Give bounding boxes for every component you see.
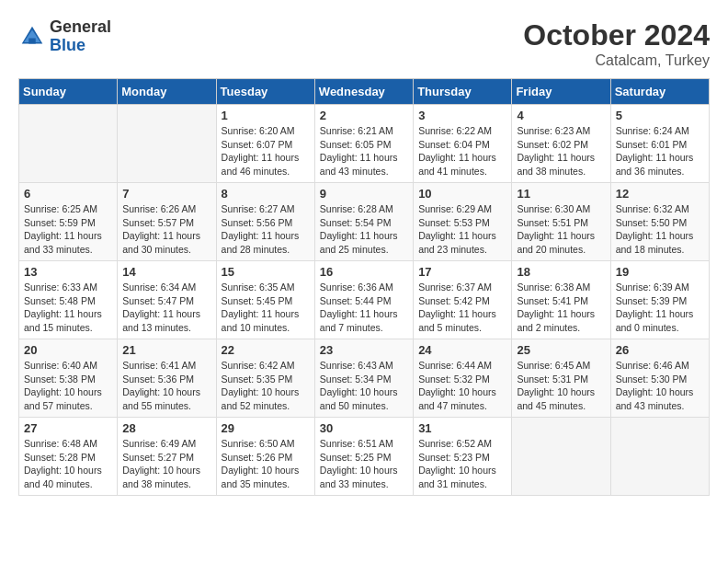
day-number: 24 [418, 343, 506, 357]
month-title: October 2024 [523, 18, 710, 52]
calendar-cell: 10Sunrise: 6:29 AMSunset: 5:53 PMDayligh… [414, 183, 512, 261]
calendar-cell: 20Sunrise: 6:40 AMSunset: 5:38 PMDayligh… [19, 339, 118, 418]
day-number: 20 [24, 343, 112, 357]
day-info: Sunrise: 6:21 AMSunset: 6:05 PMDaylight:… [320, 124, 408, 178]
day-number: 3 [418, 109, 506, 122]
day-info: Sunrise: 6:32 AMSunset: 5:50 PMDaylight:… [616, 202, 704, 257]
day-header-saturday: Saturday [610, 79, 709, 105]
day-number: 13 [24, 265, 112, 279]
day-number: 2 [320, 109, 408, 122]
day-number: 22 [222, 343, 310, 357]
day-number: 4 [517, 109, 605, 122]
day-info: Sunrise: 6:22 AMSunset: 6:04 PMDaylight:… [418, 124, 506, 178]
days-of-week-row: SundayMondayTuesdayWednesdayThursdayFrid… [19, 79, 710, 105]
logo-general-text: General [50, 18, 111, 37]
calendar-cell: 9Sunrise: 6:28 AMSunset: 5:54 PMDaylight… [314, 183, 413, 261]
day-number: 12 [616, 187, 704, 201]
day-number: 27 [24, 421, 112, 435]
calendar-header: SundayMondayTuesdayWednesdayThursdayFrid… [19, 79, 710, 105]
calendar-cell: 24Sunrise: 6:44 AMSunset: 5:32 PMDayligh… [414, 339, 512, 418]
day-info: Sunrise: 6:51 AMSunset: 5:25 PMDaylight:… [320, 437, 408, 491]
calendar-cell: 29Sunrise: 6:50 AMSunset: 5:26 PMDayligh… [216, 418, 314, 496]
day-number: 18 [517, 265, 605, 279]
week-row-1: 1Sunrise: 6:20 AMSunset: 6:07 PMDaylight… [19, 105, 710, 183]
day-info: Sunrise: 6:50 AMSunset: 5:26 PMDaylight:… [222, 437, 310, 491]
calendar-cell: 22Sunrise: 6:42 AMSunset: 5:35 PMDayligh… [216, 339, 314, 418]
title-area: October 2024 Catalcam, Turkey [523, 18, 710, 69]
day-info: Sunrise: 6:41 AMSunset: 5:36 PMDaylight:… [122, 359, 210, 413]
calendar-cell [19, 105, 118, 183]
week-row-4: 20Sunrise: 6:40 AMSunset: 5:38 PMDayligh… [19, 339, 710, 418]
day-info: Sunrise: 6:29 AMSunset: 5:53 PMDaylight:… [418, 202, 506, 257]
calendar-cell [118, 105, 216, 183]
calendar-cell: 13Sunrise: 6:33 AMSunset: 5:48 PMDayligh… [19, 261, 118, 339]
calendar-cell: 5Sunrise: 6:24 AMSunset: 6:01 PMDaylight… [610, 105, 709, 183]
logo-icon [18, 23, 46, 51]
day-number: 10 [418, 187, 506, 201]
day-header-tuesday: Tuesday [216, 79, 314, 105]
calendar-cell: 19Sunrise: 6:39 AMSunset: 5:39 PMDayligh… [610, 261, 709, 339]
week-row-2: 6Sunrise: 6:25 AMSunset: 5:59 PMDaylight… [19, 183, 710, 261]
calendar-cell: 11Sunrise: 6:30 AMSunset: 5:51 PMDayligh… [512, 183, 610, 261]
day-info: Sunrise: 6:30 AMSunset: 5:51 PMDaylight:… [517, 202, 605, 257]
day-header-monday: Monday [118, 79, 216, 105]
calendar-cell: 28Sunrise: 6:49 AMSunset: 5:27 PMDayligh… [118, 418, 216, 496]
day-number: 19 [616, 265, 704, 279]
day-info: Sunrise: 6:46 AMSunset: 5:30 PMDaylight:… [616, 359, 704, 413]
calendar-body: 1Sunrise: 6:20 AMSunset: 6:07 PMDaylight… [19, 105, 710, 496]
day-header-friday: Friday [512, 79, 610, 105]
day-info: Sunrise: 6:44 AMSunset: 5:32 PMDaylight:… [418, 359, 506, 413]
day-info: Sunrise: 6:23 AMSunset: 6:02 PMDaylight:… [517, 124, 605, 178]
page-header: General Blue October 2024 Catalcam, Turk… [18, 18, 710, 69]
day-info: Sunrise: 6:39 AMSunset: 5:39 PMDaylight:… [616, 281, 704, 335]
day-number: 29 [222, 421, 310, 435]
calendar-cell: 26Sunrise: 6:46 AMSunset: 5:30 PMDayligh… [610, 339, 709, 418]
svg-rect-2 [28, 38, 36, 43]
calendar-cell: 15Sunrise: 6:35 AMSunset: 5:45 PMDayligh… [216, 261, 314, 339]
logo: General Blue [18, 18, 111, 55]
calendar-cell: 18Sunrise: 6:38 AMSunset: 5:41 PMDayligh… [512, 261, 610, 339]
calendar-cell: 8Sunrise: 6:27 AMSunset: 5:56 PMDaylight… [216, 183, 314, 261]
day-number: 30 [320, 421, 408, 435]
calendar-cell: 27Sunrise: 6:48 AMSunset: 5:28 PMDayligh… [19, 418, 118, 496]
logo-blue-text: Blue [50, 37, 111, 55]
day-number: 5 [616, 109, 704, 122]
day-info: Sunrise: 6:48 AMSunset: 5:28 PMDaylight:… [24, 437, 112, 491]
day-info: Sunrise: 6:36 AMSunset: 5:44 PMDaylight:… [320, 281, 408, 335]
day-info: Sunrise: 6:35 AMSunset: 5:45 PMDaylight:… [222, 281, 310, 335]
day-number: 6 [24, 187, 112, 201]
day-info: Sunrise: 6:45 AMSunset: 5:31 PMDaylight:… [517, 359, 605, 413]
day-header-sunday: Sunday [19, 79, 118, 105]
calendar-cell: 16Sunrise: 6:36 AMSunset: 5:44 PMDayligh… [314, 261, 413, 339]
day-info: Sunrise: 6:52 AMSunset: 5:23 PMDaylight:… [418, 437, 506, 491]
day-info: Sunrise: 6:37 AMSunset: 5:42 PMDaylight:… [418, 281, 506, 335]
day-info: Sunrise: 6:24 AMSunset: 6:01 PMDaylight:… [616, 124, 704, 178]
week-row-5: 27Sunrise: 6:48 AMSunset: 5:28 PMDayligh… [19, 418, 710, 496]
day-number: 28 [122, 421, 210, 435]
day-info: Sunrise: 6:40 AMSunset: 5:38 PMDaylight:… [24, 359, 112, 413]
day-info: Sunrise: 6:43 AMSunset: 5:34 PMDaylight:… [320, 359, 408, 413]
calendar-cell [610, 418, 709, 496]
calendar-cell: 31Sunrise: 6:52 AMSunset: 5:23 PMDayligh… [414, 418, 512, 496]
day-info: Sunrise: 6:42 AMSunset: 5:35 PMDaylight:… [222, 359, 310, 413]
calendar-cell: 7Sunrise: 6:26 AMSunset: 5:57 PMDaylight… [118, 183, 216, 261]
calendar-table: SundayMondayTuesdayWednesdayThursdayFrid… [18, 78, 710, 496]
day-header-thursday: Thursday [414, 79, 512, 105]
calendar-cell [512, 418, 610, 496]
calendar-cell: 14Sunrise: 6:34 AMSunset: 5:47 PMDayligh… [118, 261, 216, 339]
logo-text: General Blue [50, 18, 111, 55]
week-row-3: 13Sunrise: 6:33 AMSunset: 5:48 PMDayligh… [19, 261, 710, 339]
day-number: 8 [222, 187, 310, 201]
day-info: Sunrise: 6:28 AMSunset: 5:54 PMDaylight:… [320, 202, 408, 257]
day-number: 16 [320, 265, 408, 279]
calendar-cell: 1Sunrise: 6:20 AMSunset: 6:07 PMDaylight… [216, 105, 314, 183]
calendar-cell: 25Sunrise: 6:45 AMSunset: 5:31 PMDayligh… [512, 339, 610, 418]
day-info: Sunrise: 6:25 AMSunset: 5:59 PMDaylight:… [24, 202, 112, 257]
day-number: 15 [222, 265, 310, 279]
day-info: Sunrise: 6:38 AMSunset: 5:41 PMDaylight:… [517, 281, 605, 335]
day-number: 25 [517, 343, 605, 357]
calendar-cell: 12Sunrise: 6:32 AMSunset: 5:50 PMDayligh… [610, 183, 709, 261]
day-info: Sunrise: 6:27 AMSunset: 5:56 PMDaylight:… [222, 202, 310, 257]
calendar-cell: 21Sunrise: 6:41 AMSunset: 5:36 PMDayligh… [118, 339, 216, 418]
day-number: 23 [320, 343, 408, 357]
